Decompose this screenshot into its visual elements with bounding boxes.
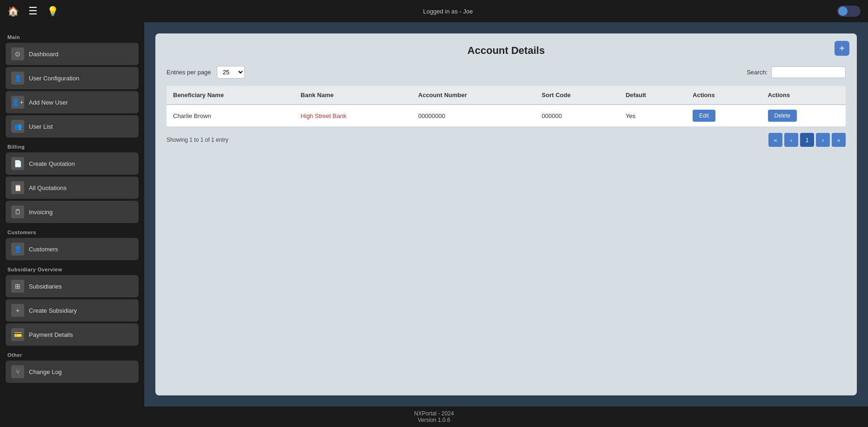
sidebar-item-user-list[interactable]: 👥User List — [6, 115, 139, 138]
payment-details-icon: 💳 — [11, 328, 24, 341]
invoicing-icon: 🗒 — [11, 205, 24, 218]
content: Account Details + Entries per page 10 25… — [144, 22, 868, 407]
sidebar: Main⊙Dashboard👤User Configuration👤+Add N… — [0, 22, 144, 407]
col-beneficiary-name: Beneficiary Name — [167, 86, 294, 105]
customers-icon: 👤 — [11, 243, 24, 256]
user-configuration-icon: 👤 — [11, 72, 24, 85]
cell-default: Yes — [619, 105, 686, 126]
col-actions-delete: Actions — [761, 86, 846, 105]
cell-delete: Delete — [761, 105, 846, 126]
col-sort-code: Sort Code — [535, 86, 619, 105]
subsidiaries-icon: ⊞ — [11, 280, 24, 293]
add-account-button[interactable]: + — [835, 41, 849, 56]
all-quotations-icon: 📋 — [11, 181, 24, 194]
logged-in-text: Logged in as - Joe — [423, 8, 473, 15]
sidebar-item-label-create-subsidiary: Create Subsidiary — [29, 307, 77, 314]
topbar: 🏠 ☰ 💡 Logged in as - Joe — [0, 0, 868, 22]
pagination-row: Showing 1 to 1 of 1 entry « ‹ 1 › » — [167, 133, 846, 147]
account-details-card: Account Details + Entries per page 10 25… — [155, 33, 857, 395]
footer-line1: NXPortal - 2024 — [4, 410, 864, 417]
sidebar-section-customers: Customers — [7, 230, 139, 235]
cell-edit: Edit — [686, 105, 761, 126]
card-title: Account Details — [167, 45, 846, 57]
col-default: Default — [619, 86, 686, 105]
pagination: « ‹ 1 › » — [768, 133, 846, 147]
search-input[interactable] — [771, 66, 846, 78]
cell-beneficiary-name: Charlie Brown — [167, 105, 294, 126]
create-subsidiary-icon: + — [11, 304, 24, 317]
user-list-icon: 👥 — [11, 120, 24, 133]
sidebar-item-label-subsidiaries: Subsidiaries — [29, 283, 62, 290]
sidebar-item-subsidiaries[interactable]: ⊞Subsidiaries — [6, 275, 139, 297]
dashboard-icon: ⊙ — [11, 47, 24, 60]
sidebar-item-change-log[interactable]: ⑂Change Log — [6, 361, 139, 383]
sidebar-section-other: Other — [7, 352, 139, 358]
entries-control: Entries per page 10 25 50 100 — [167, 66, 245, 79]
sidebar-item-label-add-new-user: Add New User — [29, 99, 68, 106]
entries-per-page-select[interactable]: 10 25 50 100 — [217, 66, 245, 79]
sidebar-item-add-new-user[interactable]: 👤+Add New User — [6, 91, 139, 113]
page-last-button[interactable]: » — [832, 133, 846, 147]
sidebar-item-customers[interactable]: 👤Customers — [6, 238, 139, 260]
hamburger-icon[interactable]: ☰ — [28, 5, 38, 17]
sidebar-section-billing: Billing — [7, 144, 139, 150]
sidebar-item-payment-details[interactable]: 💳Payment Details — [6, 323, 139, 346]
search-label: Search: — [747, 69, 768, 76]
cell-bank-name: High Street Bank — [294, 105, 412, 126]
theme-toggle-knob — [838, 7, 848, 16]
create-quotation-icon: 📄 — [11, 157, 24, 170]
sidebar-item-label-dashboard: Dashboard — [29, 51, 59, 58]
sidebar-item-invoicing[interactable]: 🗒Invoicing — [6, 201, 139, 223]
sidebar-item-label-customers: Customers — [29, 246, 58, 253]
table-wrapper: Beneficiary Name Bank Name Account Numbe… — [167, 86, 846, 126]
main-layout: Main⊙Dashboard👤User Configuration👤+Add N… — [0, 22, 868, 407]
home-icon[interactable]: 🏠 — [7, 6, 19, 17]
sidebar-item-create-subsidiary[interactable]: +Create Subsidiary — [6, 299, 139, 322]
cell-sort-code: 000000 — [535, 105, 619, 126]
sidebar-item-label-payment-details: Payment Details — [29, 331, 73, 338]
delete-button-0[interactable]: Delete — [768, 110, 797, 122]
search-row: Search: — [747, 66, 846, 78]
sidebar-item-label-all-quotations: All Quotations — [29, 184, 67, 191]
sidebar-item-label-create-quotation: Create Quotation — [29, 160, 75, 167]
accounts-table: Beneficiary Name Bank Name Account Numbe… — [167, 86, 846, 126]
sidebar-item-label-user-configuration: User Configuration — [29, 75, 79, 82]
sidebar-item-label-invoicing: Invoicing — [29, 209, 53, 216]
controls-row: Entries per page 10 25 50 100 Search: — [167, 66, 846, 79]
sidebar-item-label-user-list: User List — [29, 123, 53, 130]
topbar-right — [837, 6, 861, 17]
sidebar-item-label-change-log: Change Log — [29, 368, 62, 375]
bulb-icon[interactable]: 💡 — [47, 6, 59, 17]
entries-label: Entries per page — [167, 69, 211, 76]
sidebar-section-subsidiary-overview: Subsidiary Overview — [7, 267, 139, 272]
sidebar-item-all-quotations[interactable]: 📋All Quotations — [6, 177, 139, 199]
edit-button-0[interactable]: Edit — [693, 110, 715, 122]
add-new-user-icon: 👤+ — [11, 96, 24, 109]
footer-line2: Version 1.0.6 — [4, 417, 864, 423]
cell-account-number: 00000000 — [412, 105, 535, 126]
page-prev-button[interactable]: ‹ — [784, 133, 798, 147]
sidebar-item-user-configuration[interactable]: 👤User Configuration — [6, 67, 139, 89]
page-current-button[interactable]: 1 — [800, 133, 814, 147]
change-log-icon: ⑂ — [11, 365, 24, 378]
sidebar-item-create-quotation[interactable]: 📄Create Quotation — [6, 152, 139, 175]
footer: NXPortal - 2024 Version 1.0.6 — [0, 407, 868, 427]
col-account-number: Account Number — [412, 86, 535, 105]
sidebar-section-main: Main — [7, 34, 139, 40]
table-row: Charlie BrownHigh Street Bank00000000000… — [167, 105, 846, 126]
page-first-button[interactable]: « — [768, 133, 782, 147]
sidebar-item-dashboard[interactable]: ⊙Dashboard — [6, 43, 139, 65]
topbar-left: 🏠 ☰ 💡 — [7, 5, 59, 17]
showing-text: Showing 1 to 1 of 1 entry — [167, 137, 228, 143]
page-next-button[interactable]: › — [816, 133, 830, 147]
theme-toggle[interactable] — [837, 6, 861, 17]
col-actions-edit: Actions — [686, 86, 761, 105]
col-bank-name: Bank Name — [294, 86, 412, 105]
